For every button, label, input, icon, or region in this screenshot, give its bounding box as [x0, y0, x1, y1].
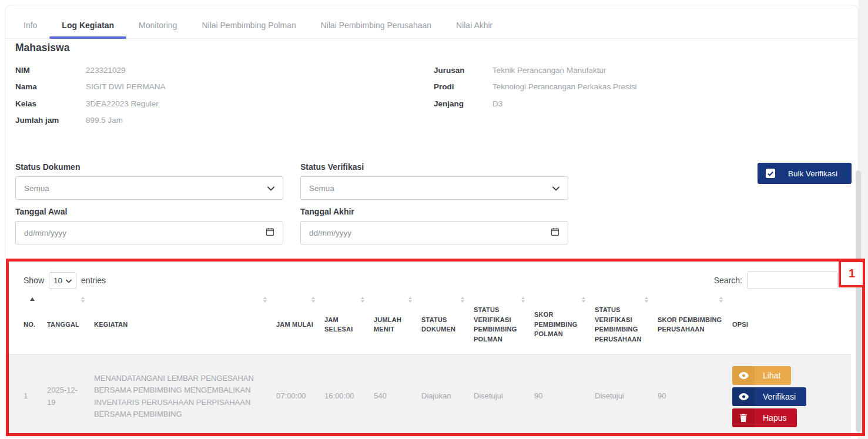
- select-value: Semua: [309, 184, 334, 193]
- col-label: STATUS VERIFIKASI PEMBIMBING POLMAN: [474, 305, 526, 344]
- field-label: Nama: [15, 82, 86, 91]
- date-placeholder: dd/mm/yyyy: [309, 229, 351, 237]
- bulk-verifikasi-label: Bulk Verifikasi: [788, 169, 837, 178]
- col-header-tanggal[interactable]: TANGGAL: [47, 290, 94, 354]
- tab-nilai-pembimbing-polman[interactable]: Nilai Pembimbing Polman: [189, 10, 308, 38]
- tab-log-kegiatan[interactable]: Log Kegiatan: [49, 10, 126, 38]
- field-nim: NIM 223321029: [15, 62, 434, 79]
- col-header-jam-mulai[interactable]: JAM MULAI: [276, 290, 324, 354]
- col-header-jam-selesai[interactable]: JAM SELESAI: [324, 290, 374, 354]
- cell-status-dokumen: Diajukan: [421, 390, 474, 402]
- search-input[interactable]: [747, 272, 837, 289]
- lihat-button[interactable]: Lihat: [732, 366, 791, 385]
- col-header-kegiatan[interactable]: KEGIATAN: [94, 290, 276, 354]
- col-header-no[interactable]: NO.: [24, 290, 47, 354]
- eye-icon: [732, 387, 755, 406]
- filter-status-dokumen: Status Dokumen Semua: [15, 162, 283, 200]
- field-label: NIM: [15, 66, 86, 75]
- field-jenjang: Jenjang D3: [434, 95, 786, 112]
- bulk-verifikasi-button[interactable]: Bulk Verifikasi: [758, 163, 852, 184]
- col-label: OPSI: [732, 320, 748, 330]
- field-value: Teknologi Perancangan Perkakas Presisi: [492, 82, 636, 91]
- chevron-down-icon: [552, 184, 559, 193]
- filter-label: Tanggal Awal: [15, 207, 283, 216]
- col-label: STATUS DOKUMEN: [421, 315, 465, 334]
- checkbox-checked-icon: [766, 169, 775, 178]
- sort-icon: [81, 297, 85, 303]
- table-row: 1 2025-12-19 MENANDATANGANI LEMBAR PENGE…: [5, 354, 851, 438]
- field-value: SIGIT DWI PERMANA: [86, 82, 166, 91]
- hapus-button[interactable]: Hapus: [732, 408, 797, 427]
- col-header-status-verifikasi-perusahaan[interactable]: STATUS VERIFIKASI PEMBIMBING PERUSAHAAN: [595, 290, 658, 354]
- cell-no: 1: [24, 390, 47, 402]
- status-dokumen-select[interactable]: Semua: [15, 176, 283, 200]
- filter-tanggal-awal: Tanggal Awal dd/mm/yyyy: [15, 207, 283, 244]
- field-value: D3: [492, 99, 502, 108]
- field-label: Prodi: [434, 82, 492, 91]
- field-value: 3DEA22023 Reguler: [86, 99, 159, 108]
- col-header-status-dokumen[interactable]: STATUS DOKUMEN: [421, 290, 474, 354]
- page-size-control: Show 10 entries: [24, 272, 106, 289]
- tanggal-awal-date-input[interactable]: dd/mm/yyyy: [15, 221, 283, 244]
- calendar-icon: [551, 227, 559, 238]
- col-label: STATUS VERIFIKASI PEMBIMBING PERUSAHAAN: [595, 305, 649, 344]
- field-nama: Nama SIGIT DWI PERMANA: [15, 79, 434, 96]
- hapus-label: Hapus: [755, 408, 797, 427]
- col-header-jumlah-menit[interactable]: JUMLAH MENIT: [374, 290, 421, 354]
- student-info-section: Mahasiswa NIM 223321029 Nama SIGIT DWI P…: [15, 42, 844, 129]
- tab-bar: Info Log Kegiatan Monitoring Nilai Pembi…: [5, 5, 858, 39]
- sort-icon: [719, 297, 723, 303]
- field-jumlah-jam: Jumlah jam 899.5 Jam: [15, 112, 434, 129]
- student-info-right-column: Jurusan Teknik Perancangan Manufaktur Pr…: [434, 62, 786, 129]
- sort-icon: [361, 297, 364, 303]
- col-label: JAM SELESAI: [324, 315, 366, 334]
- page-size-value: 10: [53, 276, 62, 285]
- tanggal-akhir-date-input[interactable]: dd/mm/yyyy: [300, 221, 568, 244]
- search-control: Search:: [714, 272, 837, 289]
- eye-icon: [732, 366, 755, 385]
- verifikasi-label: Verifikasi: [755, 387, 806, 406]
- log-table-section: Show 10 entries Search:: [5, 264, 858, 438]
- cell-status-verifikasi-perusahaan: Disetujui: [595, 390, 658, 402]
- filter-tanggal-akhir: Tanggal Akhir dd/mm/yyyy: [300, 207, 568, 244]
- chevron-down-icon: [267, 184, 274, 193]
- cell-jam-mulai: 07:00:00: [276, 390, 324, 402]
- status-verifikasi-select[interactable]: Semua: [300, 176, 568, 200]
- trash-icon: [732, 408, 755, 427]
- field-label: Kelas: [15, 99, 86, 108]
- cell-kegiatan: MENANDATANGANI LEMBAR PENGESAHAN BERSAMA…: [94, 373, 276, 420]
- filter-label: Status Verifikasi: [300, 162, 568, 172]
- col-label: NO.: [24, 320, 35, 330]
- filter-label: Status Dokumen: [15, 162, 283, 172]
- verifikasi-button[interactable]: Verifikasi: [732, 387, 806, 406]
- chevron-down-icon: [66, 276, 72, 285]
- cell-status-verifikasi-polman: Disetujui: [474, 390, 534, 402]
- table-header-row: NO. TANGGAL KEGIATAN JAM MULAI: [5, 290, 851, 354]
- col-header-status-verifikasi-polman[interactable]: STATUS VERIFIKASI PEMBIMBING POLMAN: [474, 290, 534, 354]
- entries-label: entries: [81, 276, 106, 285]
- vertical-scrollbar-thumb[interactable]: [856, 170, 861, 432]
- col-label: KEGIATAN: [94, 320, 128, 330]
- tab-info[interactable]: Info: [11, 10, 49, 38]
- field-label: Jumlah jam: [15, 116, 86, 125]
- col-label: SKOR PEMBIMBING PERUSAHAAN: [658, 315, 724, 334]
- page: Info Log Kegiatan Monitoring Nilai Pembi…: [0, 0, 868, 439]
- search-label: Search:: [714, 276, 742, 285]
- tab-monitoring[interactable]: Monitoring: [126, 10, 189, 38]
- col-label: JAM MULAI: [276, 320, 313, 330]
- tab-nilai-pembimbing-perusahaan[interactable]: Nilai Pembimbing Perusahaan: [309, 10, 444, 38]
- field-kelas: Kelas 3DEA22023 Reguler: [15, 95, 434, 112]
- sort-icon: [263, 297, 267, 303]
- sort-asc-icon: [30, 297, 35, 301]
- tab-nilai-akhir[interactable]: Nilai Akhir: [444, 10, 505, 38]
- field-prodi: Prodi Teknologi Perancangan Perkakas Pre…: [434, 79, 786, 96]
- filter-label: Tanggal Akhir: [300, 207, 568, 216]
- page-size-select[interactable]: 10: [49, 272, 76, 289]
- col-header-skor-perusahaan[interactable]: SKOR PEMBIMBING PERUSAHAAN: [658, 290, 732, 354]
- section-title: Mahasiswa: [15, 42, 844, 54]
- col-header-skor-polman[interactable]: SKOR PEMBIMBING POLMAN: [534, 290, 595, 354]
- student-info-left-column: NIM 223321029 Nama SIGIT DWI PERMANA Kel…: [15, 62, 434, 129]
- col-label: SKOR PEMBIMBING POLMAN: [534, 310, 587, 339]
- content-card: Info Log Kegiatan Monitoring Nilai Pembi…: [5, 5, 859, 439]
- field-value: 899.5 Jam: [86, 116, 123, 125]
